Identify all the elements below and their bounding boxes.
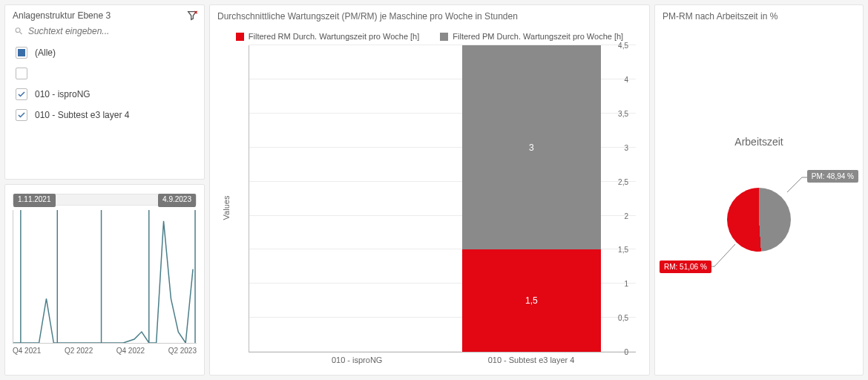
x-tick: Q4 2021 (13, 347, 41, 355)
filter-search-input[interactable] (28, 26, 195, 36)
filter-item-blank[interactable] (14, 63, 195, 84)
checkbox-checked-icon (16, 109, 27, 121)
x-label-isprong: 010 - isproNG (332, 356, 382, 364)
filter-search-row[interactable] (5, 23, 204, 41)
bar-legend: Filtered RM Durch. Wartungszeit pro Woch… (210, 24, 649, 45)
filter-item-label: 010 - Subtest e3 layer 4 (35, 110, 129, 120)
pie-chart-title: Arbeitszeit (655, 136, 863, 148)
y-tick: 4,5 (618, 42, 628, 50)
pie-panel: PM-RM nach Arbeitszeit in % Arbeitszeit … (654, 4, 864, 376)
filter-item-label: (Alle) (35, 48, 56, 58)
filter-panel: Anlagenstruktur Ebene 3 (Alle) 010 - i (4, 4, 205, 180)
bar-chart-panel: Durchschnittliche Wartungszeit (PM/RM) j… (209, 4, 650, 376)
bar-chart-title: Durchschnittliche Wartungszeit (PM/RM) j… (210, 5, 649, 24)
pie-label-pm: PM: 48,94 % (807, 170, 858, 183)
bar-plot: 0 0,5 1 1,5 2 2,5 3 3,5 4 4,5 1,5 3 (249, 45, 636, 353)
y-tick: 1,5 (618, 246, 628, 254)
timeline-sparkline[interactable] (13, 210, 197, 344)
bar-subtest[interactable]: 1,5 3 (462, 45, 602, 352)
y-axis-label: Values (222, 196, 231, 220)
legend-swatch-gray (440, 33, 448, 41)
timeline-x-axis: Q4 2021 Q2 2022 Q4 2022 Q2 2023 (11, 344, 198, 355)
legend-rm[interactable]: Filtered RM Durch. Wartungszeit pro Woch… (236, 32, 419, 41)
legend-swatch-red (236, 33, 244, 41)
checkbox-mixed-icon (16, 47, 27, 59)
y-tick: 2,5 (618, 177, 628, 186)
filter-item-subtest[interactable]: 010 - Subtest e3 layer 4 (14, 105, 195, 125)
filter-item-all[interactable]: (Alle) (14, 42, 195, 63)
y-tick: 1 (624, 280, 628, 288)
checkbox-empty-icon (16, 68, 27, 79)
pie-panel-title: PM-RM nach Arbeitszeit in % (655, 5, 863, 24)
time-start-handle[interactable]: 1.11.2021 (13, 194, 56, 207)
y-tick: 3,5 (618, 110, 628, 118)
checkbox-checked-icon (16, 88, 27, 100)
x-tick: Q2 2023 (168, 347, 197, 355)
x-tick: Q2 2022 (65, 347, 93, 355)
bar-value-pm: 3 (462, 142, 602, 153)
legend-label: Filtered PM Durch. Wartungszeit pro Woch… (453, 32, 623, 41)
y-tick: 3 (624, 143, 628, 151)
time-end-handle[interactable]: 4.9.2023 (158, 194, 196, 207)
filter-title: Anlagenstruktur Ebene 3 (13, 10, 111, 21)
search-icon (14, 26, 24, 36)
filter-clear-icon[interactable] (186, 10, 198, 22)
y-tick: 0,5 (618, 314, 628, 322)
filter-item-label: 010 - isproNG (35, 89, 91, 99)
legend-label: Filtered RM Durch. Wartungszeit pro Woch… (249, 32, 419, 41)
bar-chart-area[interactable]: Values 0 0,5 1 1,5 2 2,5 3 3, (249, 45, 636, 370)
time-range-slider[interactable]: 1.11.2021 4.9.2023 (13, 194, 197, 206)
legend-pm[interactable]: Filtered PM Durch. Wartungszeit pro Woch… (440, 32, 623, 41)
y-tick: 0 (624, 348, 628, 356)
y-tick: 4 (624, 76, 628, 84)
filter-item-isprong[interactable]: 010 - isproNG (14, 84, 195, 105)
timeline-panel: 1.11.2021 4.9.2023 Q4 2021 Q2 2022 Q4 20… (4, 184, 205, 376)
bar-value-rm: 1,5 (462, 295, 602, 306)
pie-label-rm: RM: 51,06 % (660, 261, 711, 273)
y-tick: 2 (624, 212, 628, 220)
x-label-subtest: 010 - Subtest e3 layer 4 (488, 356, 575, 364)
pie-chart-area[interactable]: PM: 48,94 % RM: 51,06 % (655, 148, 863, 375)
x-tick: Q4 2022 (116, 347, 145, 355)
